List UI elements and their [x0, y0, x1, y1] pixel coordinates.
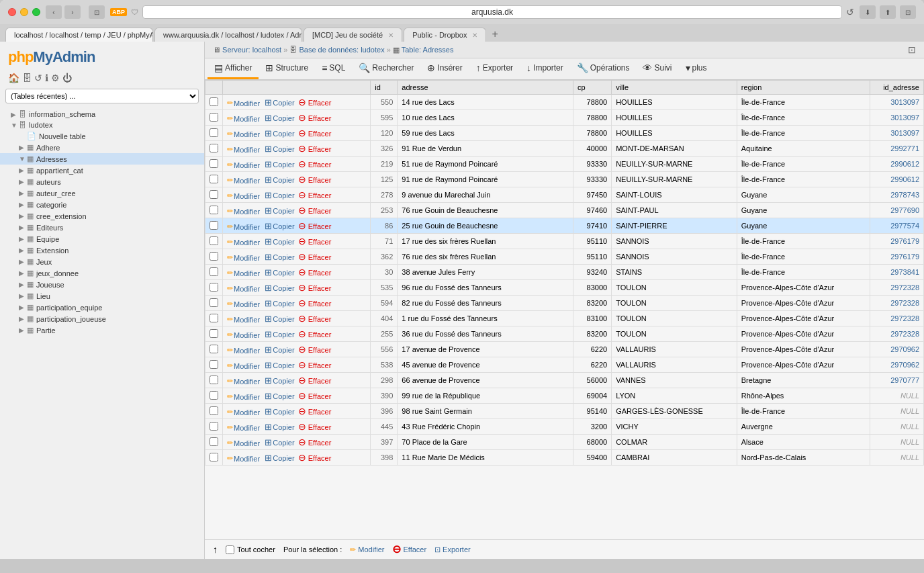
tab-dropbox[interactable]: Public - Dropbox ✕ — [404, 28, 486, 42]
tree-item-adhere[interactable]: ▶ ▦ Adhere — [0, 142, 204, 153]
delete-text[interactable]: Effacer — [308, 253, 332, 261]
row-checkbox[interactable] — [210, 376, 218, 384]
copy-link[interactable]: ⊞ Copier — [265, 236, 294, 247]
copy-link[interactable]: ⊞ Copier — [265, 252, 294, 262]
tree-item-jeux[interactable]: ▶ ▦ Jeux — [0, 256, 204, 267]
row-checkbox[interactable] — [210, 113, 218, 122]
modify-link[interactable]: ✏ Modifier — [227, 439, 260, 447]
toolbar-afficher[interactable]: ▤ Afficher — [207, 58, 259, 79]
delete-button[interactable]: ⊖ — [298, 328, 306, 339]
copy-link[interactable]: ⊞ Copier — [265, 267, 294, 277]
modify-link[interactable]: ✏ Modifier — [227, 361, 260, 370]
row-checkbox[interactable] — [210, 252, 218, 261]
info-icon[interactable]: ℹ — [45, 73, 48, 83]
row-checkbox[interactable] — [210, 345, 218, 353]
delete-button[interactable]: ⊖ — [298, 406, 306, 416]
db-link[interactable]: Base de données: ludotex — [299, 46, 384, 54]
modify-link[interactable]: ✏ Modifier — [227, 423, 260, 432]
copy-link[interactable]: ⊞ Copier — [265, 175, 294, 185]
modify-link[interactable]: ✏ Modifier — [227, 330, 260, 339]
id-adresse-link[interactable]: 2972328 — [890, 283, 919, 292]
row-checkbox[interactable] — [210, 97, 218, 106]
modify-link[interactable]: ✏ Modifier — [227, 191, 260, 200]
toolbar-plus[interactable]: ▾ plus — [679, 58, 714, 79]
minimize-button[interactable] — [20, 8, 28, 16]
toolbar-sql[interactable]: ≡ SQL — [315, 58, 352, 79]
row-checkbox[interactable] — [210, 406, 218, 415]
delete-button[interactable]: ⊖ — [298, 159, 306, 169]
modify-link[interactable]: ✏ Modifier — [227, 392, 260, 401]
delete-button[interactable]: ⊖ — [298, 112, 306, 123]
col-adresse-header[interactable]: adresse — [398, 81, 573, 95]
row-checkbox[interactable] — [210, 360, 218, 369]
id-adresse-link[interactable]: 2972328 — [890, 299, 919, 307]
delete-button[interactable]: ⊖ — [298, 174, 306, 185]
tree-item-joueuse[interactable]: ▶ ▦ Joueuse — [0, 279, 204, 290]
copy-link[interactable]: ⊞ Copier — [265, 345, 294, 355]
home-icon[interactable]: 🏠 — [8, 73, 19, 83]
col-ville-header[interactable]: ville — [612, 81, 737, 95]
id-adresse-link[interactable]: 2977690 — [890, 206, 919, 214]
toolbar-suivi[interactable]: 👁 Suivi — [636, 58, 678, 79]
tree-item-nouvelle-table[interactable]: 📄 Nouvelle table — [0, 130, 204, 142]
recent-tables-select[interactable]: (Tables récentes) ... — [5, 89, 199, 103]
row-checkbox[interactable] — [210, 221, 218, 230]
copy-link[interactable]: ⊞ Copier — [265, 144, 294, 154]
delete-button[interactable]: ⊖ — [298, 236, 306, 247]
delete-button[interactable]: ⊖ — [298, 220, 306, 231]
tree-item-equipe[interactable]: ▶ ▦ Equipe — [0, 233, 204, 245]
delete-text[interactable]: Effacer — [308, 238, 332, 246]
id-adresse-link[interactable]: 2970962 — [890, 345, 919, 353]
col-region-header[interactable]: region — [737, 81, 870, 95]
sidebar-toggle-button[interactable]: ⊡ — [89, 5, 105, 19]
id-adresse-link[interactable]: 3013097 — [890, 98, 919, 106]
id-adresse-link[interactable]: 2990612 — [890, 175, 919, 183]
tree-item-auteur-cree[interactable]: ▶ ▦ auteur_cree — [0, 187, 204, 199]
row-checkbox[interactable] — [210, 206, 218, 214]
delete-text[interactable]: Effacer — [308, 176, 332, 184]
tree-item-participation-equipe[interactable]: ▶ ▦ participation_equipe — [0, 302, 204, 313]
refresh-icon[interactable]: ↺ — [34, 73, 42, 83]
copy-link[interactable]: ⊞ Copier — [265, 159, 294, 169]
tree-item-categorie[interactable]: ▶ ▦ categorie — [0, 199, 204, 210]
delete-button[interactable]: ⊖ — [298, 452, 306, 463]
delete-text[interactable]: Effacer — [308, 269, 332, 277]
delete-button[interactable]: ⊖ — [298, 344, 306, 355]
id-adresse-link[interactable]: 2977574 — [890, 222, 919, 230]
copy-link[interactable]: ⊞ Copier — [265, 376, 294, 386]
delete-text[interactable]: Effacer — [308, 330, 332, 339]
modify-link[interactable]: ✏ Modifier — [227, 176, 260, 185]
toolbar-rechercher[interactable]: 🔍 Rechercher — [352, 58, 420, 79]
row-checkbox[interactable] — [210, 314, 218, 322]
delete-text[interactable]: Effacer — [308, 439, 332, 447]
back-button[interactable]: ‹ — [46, 5, 62, 19]
modify-link[interactable]: ✏ Modifier — [227, 408, 260, 416]
delete-button[interactable]: ⊖ — [298, 390, 306, 401]
settings-icon[interactable]: ⚙ — [51, 73, 60, 83]
row-checkbox[interactable] — [210, 437, 218, 446]
delete-button[interactable]: ⊖ — [298, 359, 306, 370]
id-adresse-link[interactable]: 2972328 — [890, 330, 919, 338]
modify-link[interactable]: ✏ Modifier — [227, 130, 260, 138]
delete-text[interactable]: Effacer — [308, 454, 332, 462]
id-adresse-link[interactable]: 3013097 — [890, 129, 919, 137]
tab-phpmyadmin[interactable]: localhost / localhost / temp / JEU / php… — [5, 28, 153, 42]
copy-link[interactable]: ⊞ Copier — [265, 360, 294, 370]
toolbar-operations[interactable]: 🔧 Opérations — [570, 58, 637, 79]
delete-text[interactable]: Effacer — [308, 377, 332, 385]
check-all-label[interactable]: Tout cocher — [226, 545, 275, 554]
delete-button[interactable]: ⊖ — [298, 251, 306, 262]
delete-text[interactable]: Effacer — [308, 130, 332, 138]
delete-text[interactable]: Effacer — [308, 222, 332, 230]
modify-link[interactable]: ✏ Modifier — [227, 284, 260, 293]
copy-link[interactable]: ⊞ Copier — [265, 437, 294, 447]
copy-link[interactable]: ⊞ Copier — [265, 406, 294, 416]
modify-link[interactable]: ✏ Modifier — [227, 145, 260, 154]
modify-link[interactable]: ✏ Modifier — [227, 253, 260, 262]
copy-link[interactable]: ⊞ Copier — [265, 298, 294, 308]
col-id-header[interactable]: id — [371, 81, 398, 95]
delete-text[interactable]: Effacer — [308, 114, 332, 122]
row-checkbox[interactable] — [210, 267, 218, 276]
copy-link[interactable]: ⊞ Copier — [265, 453, 294, 463]
tree-item-appartient-cat[interactable]: ▶ ▦ appartient_cat — [0, 165, 204, 176]
